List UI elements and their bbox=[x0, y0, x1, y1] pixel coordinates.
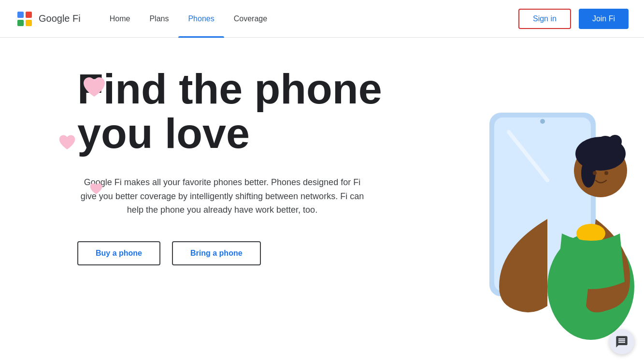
logo[interactable]: Google Fi bbox=[15, 10, 81, 28]
nav-links: Home Plans Phones Coverage bbox=[100, 0, 518, 38]
heart-decoration-1 bbox=[82, 76, 106, 99]
hero-title: Find the phone you love bbox=[77, 67, 454, 156]
svg-rect-2 bbox=[17, 20, 24, 26]
hero-description: Google Fi makes all your favorite phones… bbox=[77, 175, 367, 217]
signin-button[interactable]: Sign in bbox=[518, 9, 571, 29]
navbar: Google Fi Home Plans Phones Coverage Sig… bbox=[0, 0, 644, 38]
nav-plans[interactable]: Plans bbox=[140, 0, 178, 38]
nav-home[interactable]: Home bbox=[100, 0, 140, 38]
hero-illustration bbox=[451, 84, 644, 364]
hero-description-wrap: Google Fi makes all your favorite phones… bbox=[77, 175, 377, 217]
bring-phone-button[interactable]: Bring a phone bbox=[172, 241, 261, 265]
svg-rect-1 bbox=[26, 12, 32, 18]
buy-phone-button[interactable]: Buy a phone bbox=[77, 241, 160, 265]
heart-decoration-2 bbox=[58, 134, 76, 151]
svg-rect-3 bbox=[26, 20, 32, 26]
nav-phones[interactable]: Phones bbox=[178, 0, 224, 38]
logo-text: Google Fi bbox=[39, 13, 81, 24]
svg-point-13 bbox=[604, 171, 608, 175]
svg-point-15 bbox=[608, 135, 622, 148]
google-fi-logo-icon bbox=[15, 10, 34, 28]
nav-actions: Sign in Join Fi bbox=[518, 9, 629, 29]
svg-point-12 bbox=[593, 171, 597, 175]
join-button[interactable]: Join Fi bbox=[579, 9, 629, 29]
hero-section: Find the phone you love Google Fi makes … bbox=[0, 38, 644, 364]
svg-point-7 bbox=[540, 119, 545, 124]
svg-rect-0 bbox=[17, 12, 24, 18]
chat-icon bbox=[615, 335, 629, 349]
heart-decoration-3 bbox=[89, 183, 103, 195]
nav-coverage[interactable]: Coverage bbox=[224, 0, 277, 38]
chat-button[interactable] bbox=[609, 329, 634, 354]
